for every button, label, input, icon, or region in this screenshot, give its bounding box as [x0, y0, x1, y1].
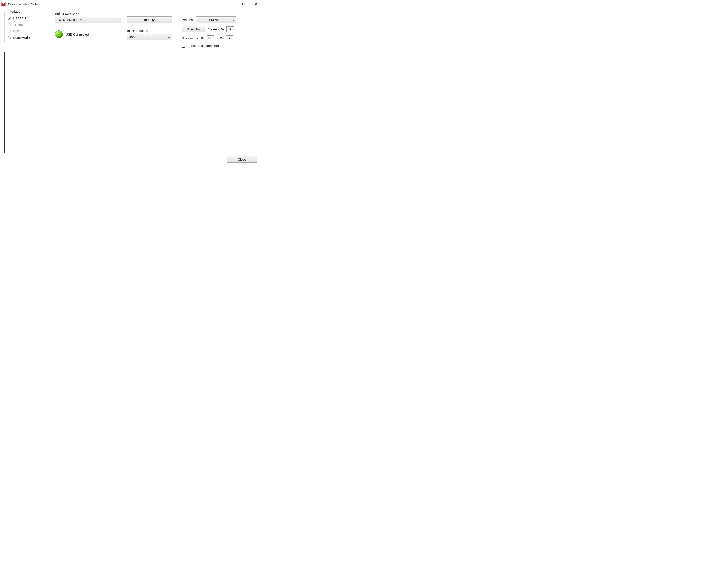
interface-option-demomode[interactable]: DemoMode	[8, 34, 46, 41]
scan-range-from-input[interactable]	[207, 35, 214, 41]
usb-status-text: USB Connected	[66, 33, 89, 36]
radio-icon	[8, 23, 11, 26]
address-label: Address: 0x	[207, 27, 224, 31]
scan-range-to-input[interactable]	[226, 35, 233, 41]
chevron-down-icon	[117, 18, 119, 22]
select-usb2any-label: Select USB2ANY	[55, 12, 121, 15]
hex-to-label: to 0x	[217, 36, 224, 40]
window-controls	[225, 0, 262, 8]
force-block-transfers-label: Force Block Transfers	[188, 44, 219, 48]
client-area: Interface USB2ANY TIHera FTDI DemoMode	[0, 8, 262, 166]
interface-groupbox: Interface USB2ANY TIHera FTDI DemoMode	[4, 12, 49, 43]
bitrate-label: Bit Rate (kbps)	[127, 29, 176, 33]
interface-legend: Interface	[7, 10, 21, 13]
usb-status-led-icon	[55, 30, 63, 38]
window-title: Communication Setup	[8, 2, 40, 6]
scan-bus-button[interactable]: Scan Bus	[182, 26, 205, 32]
interface-option-tihera[interactable]: TIHera	[8, 21, 46, 28]
identify-button[interactable]: Identify	[127, 16, 172, 23]
protocol-label: Protocol	[182, 18, 194, 22]
chevron-down-icon	[168, 35, 170, 39]
minimize-button[interactable]	[225, 0, 237, 8]
force-block-transfers-checkbox[interactable]	[182, 44, 185, 48]
radio-label: USB2ANY	[13, 16, 28, 20]
dropdown-value: SMBus	[198, 18, 231, 22]
radio-label: FTDI	[13, 29, 20, 33]
scan-range-label: Scan range:	[182, 36, 199, 40]
interface-option-ftdi[interactable]: FTDI	[8, 28, 46, 34]
protocol-dropdown[interactable]: SMBus	[196, 16, 236, 23]
svg-rect-2	[4, 3, 5, 4]
maximize-button[interactable]	[237, 0, 250, 8]
dialog-window: Communication Setup Interface USB2ANY	[0, 0, 262, 166]
radio-icon	[8, 36, 11, 39]
titlebar: Communication Setup	[0, 0, 262, 8]
bitrate-dropdown[interactable]: 400	[127, 34, 172, 40]
log-output-area[interactable]	[4, 52, 258, 153]
close-window-button[interactable]	[250, 0, 262, 8]
usb2any-device-dropdown[interactable]: D7D7986E09002400	[55, 17, 121, 23]
radio-icon	[8, 17, 11, 20]
close-button[interactable]: Close	[227, 156, 257, 163]
svg-rect-1	[2, 3, 3, 4]
chevron-down-icon	[232, 18, 234, 22]
svg-rect-5	[243, 3, 244, 5]
radio-label: DemoMode	[13, 36, 30, 39]
radio-label: TIHera	[13, 23, 23, 27]
dropdown-value: D7D7986E09002400	[57, 18, 87, 22]
hex-prefix: 0x	[201, 36, 205, 40]
app-icon	[1, 2, 6, 6]
address-input[interactable]	[226, 26, 234, 32]
interface-option-usb2any[interactable]: USB2ANY	[8, 15, 46, 21]
dropdown-value: 400	[129, 35, 135, 39]
radio-icon	[8, 30, 11, 33]
svg-rect-3	[2, 4, 5, 6]
